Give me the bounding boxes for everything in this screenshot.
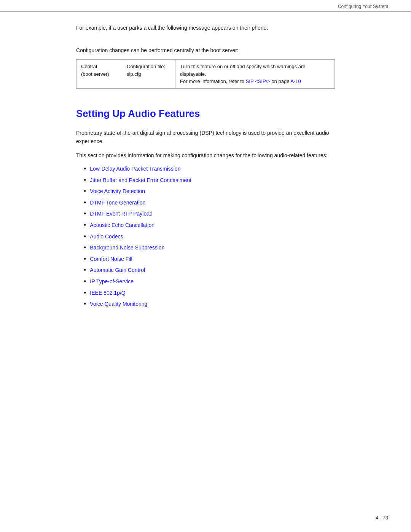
list-item: • Voice Quality Monitoring	[84, 300, 335, 308]
main-content: For example, if a user parks a call,the …	[0, 12, 411, 335]
list-item: • Background Noise Suppression	[84, 244, 335, 252]
sip-link[interactable]: SIP <SIP/>	[246, 78, 270, 84]
table-cell-col3: Turn this feature on or off and specify …	[175, 60, 335, 89]
table-cell-col2: Configuration file: sip.cfg	[122, 60, 175, 89]
table-row: Central (boot server) Configuration file…	[76, 60, 335, 89]
bullet-link-10[interactable]: Automatic Gain Control	[90, 266, 145, 274]
section-heading: Setting Up Audio Features	[76, 108, 335, 120]
list-item: • Automatic Gain Control	[84, 266, 335, 275]
table-cell-col3-prefix: For more information, refer to	[180, 78, 246, 84]
table-cell-col3-line2: For more information, refer to SIP <SIP/…	[180, 78, 301, 84]
list-item: • Audio Codecs	[84, 233, 335, 241]
bullet-link-9[interactable]: Comfort Noise Fill	[90, 255, 132, 263]
header-title: Configuring Your System	[338, 4, 388, 9]
top-bar: Configuring Your System	[0, 0, 411, 12]
list-item: • Low-Delay Audio Packet Transmission	[84, 165, 335, 173]
section-para1: Proprietary state-of-the-art digital sig…	[76, 129, 335, 146]
bullet-link-11[interactable]: IP Type-of-Service	[90, 278, 134, 286]
bullet-link-3[interactable]: Voice Activity Detection	[90, 187, 145, 195]
table-cell-col2-line2: sip.cfg	[127, 71, 141, 77]
intro-section: For example, if a user parks a call,the …	[76, 24, 335, 32]
list-item: • Comfort Noise Fill	[84, 255, 335, 264]
list-item: • DTMF Event RTP Payload	[84, 210, 335, 218]
page-footer: 4 - 73	[376, 515, 388, 521]
list-item: • Jitter Buffer and Packet Error Conceal…	[84, 176, 335, 185]
bullet-dot: •	[84, 244, 86, 252]
list-item: • IEEE 802.1p/Q	[84, 289, 335, 297]
bullet-dot: •	[84, 221, 86, 230]
bullet-list: • Low-Delay Audio Packet Transmission • …	[84, 165, 335, 308]
bullet-link-5[interactable]: DTMF Event RTP Payload	[90, 210, 152, 218]
bullet-dot: •	[84, 199, 86, 207]
bullet-dot: •	[84, 289, 86, 297]
bullet-dot: •	[84, 255, 86, 264]
bullet-dot: •	[84, 278, 86, 286]
table-cell-col1-line2: (boot server)	[81, 71, 109, 77]
bullet-link-12[interactable]: IEEE 802.1p/Q	[90, 289, 125, 297]
page-link[interactable]: A-10	[290, 78, 301, 84]
table-cell-col2-line1: Configuration file:	[127, 64, 165, 69]
table-cell-col1: Central (boot server)	[76, 60, 122, 89]
config-note: Configuration changes can be performed c…	[76, 47, 335, 53]
bullet-dot: •	[84, 210, 86, 218]
list-item: • Voice Activity Detection	[84, 187, 335, 196]
table-cell-col1-line1: Central	[81, 64, 97, 69]
table-cell-col3-middle: on page	[270, 78, 291, 84]
bullet-link-2[interactable]: Jitter Buffer and Packet Error Concealme…	[90, 176, 191, 184]
list-item: • DTMF Tone Generation	[84, 199, 335, 207]
bullet-link-7[interactable]: Audio Codecs	[90, 233, 123, 241]
page-number: 4 - 73	[376, 515, 388, 521]
bullet-dot: •	[84, 165, 86, 173]
bullet-dot: •	[84, 233, 86, 241]
bullet-link-1[interactable]: Low-Delay Audio Packet Transmission	[90, 165, 180, 173]
bullet-link-8[interactable]: Background Noise Suppression	[90, 244, 164, 252]
page-container: Configuring Your System For example, if …	[0, 0, 411, 532]
table-cell-col3-line1: Turn this feature on or off and specify …	[180, 64, 306, 77]
list-item: • IP Type-of-Service	[84, 278, 335, 286]
bullet-dot: •	[84, 176, 86, 185]
list-item: • Acoustic Echo Cancellation	[84, 221, 335, 230]
section-para2: This section provides information for ma…	[76, 151, 335, 160]
bullet-dot: •	[84, 187, 86, 196]
bullet-link-13[interactable]: Voice Quality Monitoring	[90, 300, 147, 308]
bullet-link-6[interactable]: Acoustic Echo Cancellation	[90, 221, 155, 229]
intro-paragraph: For example, if a user parks a call,the …	[76, 24, 335, 32]
bullet-link-4[interactable]: DTMF Tone Generation	[90, 199, 145, 207]
bullet-dot: •	[84, 300, 86, 308]
bullet-dot: •	[84, 266, 86, 275]
config-table: Central (boot server) Configuration file…	[76, 59, 335, 89]
